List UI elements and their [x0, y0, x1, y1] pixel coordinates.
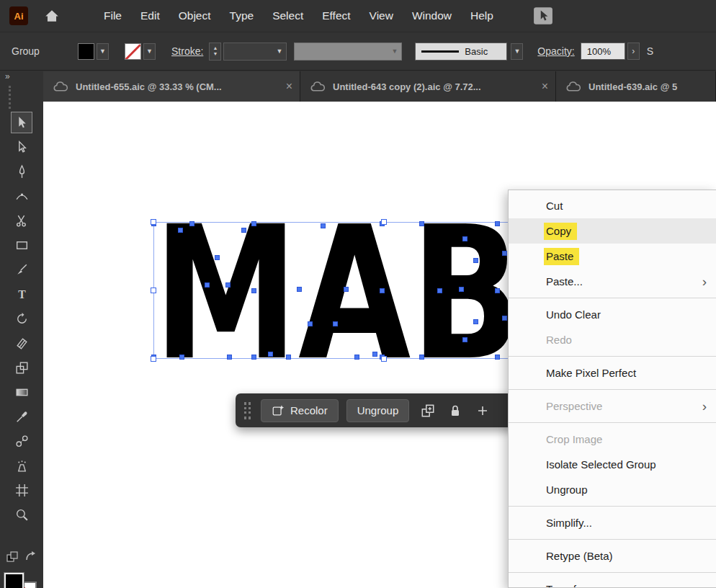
- selection-handle[interactable]: [151, 219, 156, 225]
- anchor-point[interactable]: [286, 355, 291, 360]
- artboard-tool[interactable]: [12, 480, 32, 500]
- stroke-weight-stepper[interactable]: ▲▼: [209, 43, 221, 61]
- tab-close-icon[interactable]: ×: [542, 80, 548, 93]
- stroke-weight-dropdown[interactable]: ▼: [223, 43, 287, 61]
- fill-swatch-control[interactable]: [4, 573, 24, 588]
- scissors-tool[interactable]: [12, 210, 32, 231]
- anchor-point[interactable]: [502, 316, 507, 321]
- anchor-point[interactable]: [241, 228, 246, 233]
- anchor-point[interactable]: [333, 321, 338, 326]
- dock-grip-handle[interactable]: [9, 86, 11, 109]
- anchor-point[interactable]: [495, 355, 500, 360]
- anchor-point[interactable]: [251, 221, 256, 226]
- default-swatches-icon[interactable]: [6, 551, 19, 564]
- symbol-sprayer-tool[interactable]: [12, 455, 32, 476]
- document-tab-1[interactable]: Untitled-655.aic @ 33.33 % (CM...×: [43, 71, 300, 102]
- app-logo-icon[interactable]: Ai: [9, 6, 28, 25]
- eraser-tool[interactable]: [12, 333, 32, 353]
- anchor-point[interactable]: [495, 221, 500, 226]
- context-menu-item-cut[interactable]: Cut: [509, 193, 716, 218]
- anchor-point[interactable]: [462, 337, 467, 342]
- type-tool[interactable]: T: [12, 284, 32, 304]
- context-menu-item-isolate-selected-group[interactable]: Isolate Selected Group: [509, 452, 716, 477]
- add-icon[interactable]: [472, 400, 493, 422]
- stroke-color-swatch[interactable]: [125, 43, 141, 60]
- anchor-point[interactable]: [473, 258, 478, 263]
- tab-close-icon[interactable]: ×: [286, 80, 292, 93]
- anchor-point[interactable]: [215, 255, 220, 260]
- opacity-input[interactable]: 100%: [581, 43, 625, 60]
- anchor-point[interactable]: [372, 352, 377, 357]
- anchor-point[interactable]: [297, 287, 302, 292]
- menu-file[interactable]: File: [94, 9, 131, 22]
- selection-handle[interactable]: [381, 356, 387, 362]
- anchor-point[interactable]: [459, 287, 464, 292]
- fill-dropdown-chevron-icon[interactable]: ▼: [97, 43, 109, 60]
- anchor-point[interactable]: [380, 288, 385, 293]
- anchor-point[interactable]: [189, 221, 194, 226]
- menu-help[interactable]: Help: [461, 9, 503, 22]
- anchor-point[interactable]: [205, 282, 210, 288]
- eyedropper-tool[interactable]: [12, 406, 32, 427]
- anchor-point[interactable]: [344, 287, 349, 292]
- stroke-dropdown-chevron-icon[interactable]: ▼: [143, 43, 156, 60]
- context-menu-item-paste[interactable]: Paste: [509, 244, 716, 269]
- selection-tool[interactable]: [12, 112, 32, 133]
- selection-handle[interactable]: [381, 219, 387, 225]
- group-icon[interactable]: [417, 400, 439, 422]
- rotate-tool[interactable]: [12, 308, 32, 329]
- anchor-point[interactable]: [268, 352, 273, 357]
- context-menu-item-undo-clear[interactable]: Undo Clear: [509, 302, 716, 327]
- selection-handle[interactable]: [151, 356, 156, 362]
- stroke-label-link[interactable]: Stroke:: [171, 45, 203, 57]
- direct-selection-tool[interactable]: [12, 137, 32, 157]
- anchor-point[interactable]: [251, 288, 256, 293]
- context-menu-item-transform[interactable]: Transform›: [509, 576, 716, 588]
- menu-view[interactable]: View: [360, 9, 403, 22]
- pen-tool[interactable]: [12, 161, 32, 182]
- anchor-point[interactable]: [473, 319, 478, 324]
- anchor-point[interactable]: [251, 355, 256, 360]
- gradient-tool[interactable]: [12, 382, 32, 402]
- workspace-cursor-icon[interactable]: [533, 6, 553, 25]
- opacity-label-link[interactable]: Opacity:: [537, 45, 574, 57]
- menu-object[interactable]: Object: [169, 9, 220, 22]
- menu-select[interactable]: Select: [263, 9, 313, 22]
- context-menu-item-make-pixel-perfect[interactable]: Make Pixel Perfect: [509, 360, 716, 386]
- brush-definition-field[interactable]: Basic: [415, 43, 507, 61]
- brush-dropdown-chevron-icon[interactable]: ▼: [511, 43, 523, 60]
- drag-handle-icon[interactable]: [244, 402, 251, 419]
- context-menu-item-copy[interactable]: Copy: [509, 218, 716, 244]
- anchor-point[interactable]: [225, 282, 231, 288]
- menu-type[interactable]: Type: [220, 9, 264, 22]
- anchor-point[interactable]: [227, 355, 232, 360]
- zoom-tool[interactable]: [12, 504, 32, 525]
- lock-icon[interactable]: [444, 400, 466, 422]
- context-menu-item-paste[interactable]: Paste...›: [509, 269, 716, 294]
- shape-builder-tool[interactable]: [12, 357, 32, 378]
- home-icon[interactable]: [44, 9, 60, 23]
- anchor-point[interactable]: [419, 221, 424, 226]
- selection-handle[interactable]: [151, 288, 156, 293]
- menu-edit[interactable]: Edit: [131, 9, 169, 22]
- context-menu-item-ungroup[interactable]: Ungroup: [509, 477, 716, 502]
- fill-color-swatch[interactable]: [78, 43, 94, 60]
- anchor-point[interactable]: [179, 355, 184, 360]
- rectangle-tool[interactable]: [12, 235, 32, 255]
- recolor-button[interactable]: Recolor: [261, 399, 339, 422]
- blend-tool[interactable]: [12, 431, 32, 451]
- context-menu-item-simplify[interactable]: Simplify...: [509, 510, 716, 535]
- dock-expand-icon[interactable]: »: [0, 71, 43, 83]
- anchor-point[interactable]: [437, 288, 442, 293]
- anchor-point[interactable]: [502, 251, 507, 256]
- context-menu-item-retype-beta[interactable]: Retype (Beta): [509, 543, 716, 569]
- anchor-point[interactable]: [308, 321, 313, 326]
- anchor-point[interactable]: [419, 355, 424, 360]
- ungroup-button[interactable]: Ungroup: [346, 399, 410, 422]
- menu-window[interactable]: Window: [403, 9, 461, 22]
- anchor-point[interactable]: [495, 288, 500, 293]
- opacity-next-chevron-icon[interactable]: ›: [627, 43, 640, 60]
- anchor-point[interactable]: [178, 228, 183, 233]
- anchor-point[interactable]: [321, 223, 326, 228]
- document-tab-2[interactable]: Untitled-643 copy (2).aic @ 7.72...×: [300, 71, 556, 102]
